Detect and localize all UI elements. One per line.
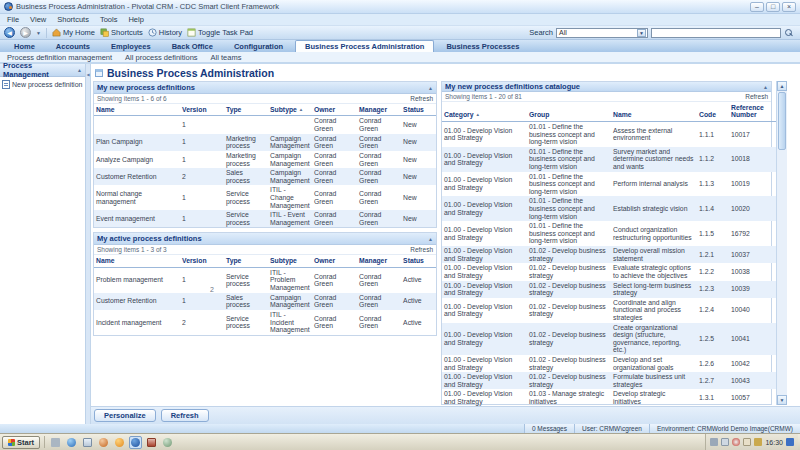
personalize-button[interactable]: Personalize	[94, 409, 156, 422]
quick-launch-icon-1[interactable]	[49, 436, 62, 449]
quick-launch-icon-5[interactable]	[113, 436, 126, 449]
menu-help[interactable]: Help	[128, 15, 143, 24]
toggle-task-pad-button[interactable]: Toggle Task Pad	[187, 28, 253, 37]
column-header-name[interactable]: Name	[94, 255, 180, 267]
table-row[interactable]: 01.00 - Develop Vision and Strategy01.01…	[442, 121, 777, 146]
column-header-category[interactable]: Category▲	[442, 102, 527, 121]
quick-launch-icon-2[interactable]	[65, 436, 78, 449]
refresh-button[interactable]: Refresh	[161, 409, 209, 422]
column-header-manager[interactable]: Manager	[357, 104, 401, 116]
minimize-button[interactable]: –	[750, 2, 764, 12]
table-row[interactable]: Incident management2Service processITIL …	[94, 310, 436, 335]
search-input[interactable]	[651, 28, 781, 38]
tray-icon-3[interactable]	[732, 438, 740, 446]
table-row[interactable]: 01.00 - Develop Vision and Strategy01.02…	[442, 246, 777, 263]
shortcuts-button[interactable]: Shortcuts	[100, 28, 143, 37]
column-header-name[interactable]: Name	[94, 104, 180, 116]
menu-file[interactable]: File	[7, 15, 19, 24]
table-row[interactable]: Customer Retention2Sales processCampaign…	[94, 168, 436, 185]
taskbar-app-icon-3[interactable]	[161, 436, 174, 449]
column-header-name[interactable]: Name	[611, 102, 697, 121]
scrollbar-thumb[interactable]	[778, 92, 786, 150]
panel-collapse-icon[interactable]: ▲	[763, 84, 768, 90]
tray-icon-1[interactable]	[710, 438, 718, 446]
forward-button[interactable]: ▶	[20, 27, 31, 38]
column-header-version[interactable]: Version	[180, 255, 224, 267]
subtab-all-process-definitions[interactable]: All process definitions	[125, 53, 198, 62]
panel-collapse-icon[interactable]: ▲	[428, 236, 433, 242]
tray-icon-5[interactable]	[754, 438, 762, 446]
table-row[interactable]: 01.00 - Develop Vision and Strategy01.02…	[442, 281, 777, 298]
tab-employees[interactable]: Employees	[102, 41, 160, 52]
back-button[interactable]: ◀	[4, 27, 15, 38]
messages-status[interactable]: 0 Messages	[524, 424, 574, 433]
table-row[interactable]: 01.00 - Develop Vision and Strategy01.03…	[442, 389, 777, 406]
column-header-type[interactable]: Type	[224, 104, 268, 116]
column-header-subtype[interactable]: Subtype	[268, 255, 312, 267]
search-scope-dropdown[interactable]: All ▼	[556, 28, 648, 38]
tab-configuration[interactable]: Configuration	[225, 41, 292, 52]
maximize-button[interactable]: □	[766, 2, 780, 12]
refresh-link[interactable]: Refresh	[745, 93, 768, 100]
quick-launch-icon-4[interactable]	[97, 436, 110, 449]
my-home-button[interactable]: My Home	[52, 28, 95, 37]
tab-accounts[interactable]: Accounts	[47, 41, 99, 52]
column-header-version[interactable]: Version	[180, 104, 224, 116]
close-button[interactable]: ×	[782, 2, 796, 12]
refresh-link[interactable]: Refresh	[410, 95, 433, 102]
column-header-status[interactable]: Status	[401, 104, 436, 116]
collapse-icon[interactable]: ▲	[77, 67, 82, 73]
table-row[interactable]: 01.00 - Develop Vision and Strategy01.02…	[442, 298, 777, 323]
nav-history-dropdown-icon[interactable]: ▼	[36, 30, 41, 36]
tray-icon-4[interactable]	[743, 438, 751, 446]
column-header-code[interactable]: Code	[697, 102, 729, 121]
scroll-down-icon[interactable]: ▼	[777, 395, 787, 405]
column-header-type[interactable]: Type	[224, 255, 268, 267]
table-row[interactable]: Analyze Campaign1Marketing processCampai…	[94, 151, 436, 168]
refresh-link[interactable]: Refresh	[410, 246, 433, 253]
taskbar-app-icon-2[interactable]	[145, 436, 158, 449]
scroll-up-icon[interactable]: ▲	[777, 81, 787, 91]
column-header-owner[interactable]: Owner	[312, 104, 357, 116]
tab-business-processes[interactable]: Business Processes	[437, 41, 528, 52]
table-row[interactable]: Normal change management1Service process…	[94, 185, 436, 210]
subtab-all-teams[interactable]: All teams	[211, 53, 242, 62]
menu-tools[interactable]: Tools	[100, 15, 118, 24]
menu-shortcuts[interactable]: Shortcuts	[57, 15, 89, 24]
tray-icon-2[interactable]	[721, 438, 729, 446]
table-row[interactable]: 01.00 - Develop Vision and Strategy01.02…	[442, 355, 777, 372]
table-row[interactable]: 01.00 - Develop Vision and Strategy01.01…	[442, 196, 777, 221]
table-row[interactable]: 01.00 - Develop Vision and Strategy01.02…	[442, 263, 777, 280]
vertical-scrollbar[interactable]: ▲ ▼	[776, 81, 787, 405]
table-row[interactable]: 01.00 - Develop Vision and Strategy01.02…	[442, 323, 777, 355]
table-row[interactable]: Plan Campaign1Marketing processCampaign …	[94, 134, 436, 151]
tab-back-office[interactable]: Back Office	[163, 41, 222, 52]
table-row[interactable]: 1Conrad GreenConrad GreenNew	[94, 116, 436, 134]
table-row[interactable]: 01.00 - Develop Vision and Strategy01.02…	[442, 372, 777, 389]
taskbar-app-pivotal-crm[interactable]	[129, 436, 142, 449]
column-header-owner[interactable]: Owner	[312, 255, 357, 267]
panel-collapse-icon[interactable]: ▲	[428, 85, 433, 91]
quick-launch-icon-3[interactable]	[81, 436, 94, 449]
column-header-subtype[interactable]: Subtype▲	[268, 104, 312, 116]
tab-home[interactable]: Home	[5, 41, 44, 52]
column-header-reference-number[interactable]: Reference Number	[729, 102, 777, 121]
table-row[interactable]: Customer Retention1Sales processCampaign…	[94, 293, 436, 310]
history-button[interactable]: History	[148, 28, 182, 37]
column-header-manager[interactable]: Manager	[357, 255, 401, 267]
search-icon[interactable]	[784, 28, 793, 37]
column-header-status[interactable]: Status	[401, 255, 436, 267]
table-row[interactable]: 01.00 - Develop Vision and Strategy01.01…	[442, 172, 777, 197]
tray-icon-6[interactable]	[786, 438, 794, 446]
table-row[interactable]: Event management1Service processITIL - E…	[94, 210, 436, 227]
table-row[interactable]: 01.00 - Develop Vision and Strategy01.01…	[442, 147, 777, 172]
start-button[interactable]: Start	[2, 436, 40, 449]
menu-view[interactable]: View	[30, 15, 46, 24]
chevron-down-icon: ▼	[637, 29, 646, 37]
taskbar-clock[interactable]: 16:30	[765, 439, 783, 446]
tab-business-process-administration[interactable]: Business Process Administration	[295, 40, 434, 52]
table-row[interactable]: Problem management1Service processITIL -…	[94, 267, 436, 292]
column-header-group[interactable]: Group	[527, 102, 611, 121]
table-row[interactable]: 01.00 - Develop Vision and Strategy01.01…	[442, 221, 777, 246]
sidebar-item-new-process-definition[interactable]: New process definition	[0, 77, 85, 92]
